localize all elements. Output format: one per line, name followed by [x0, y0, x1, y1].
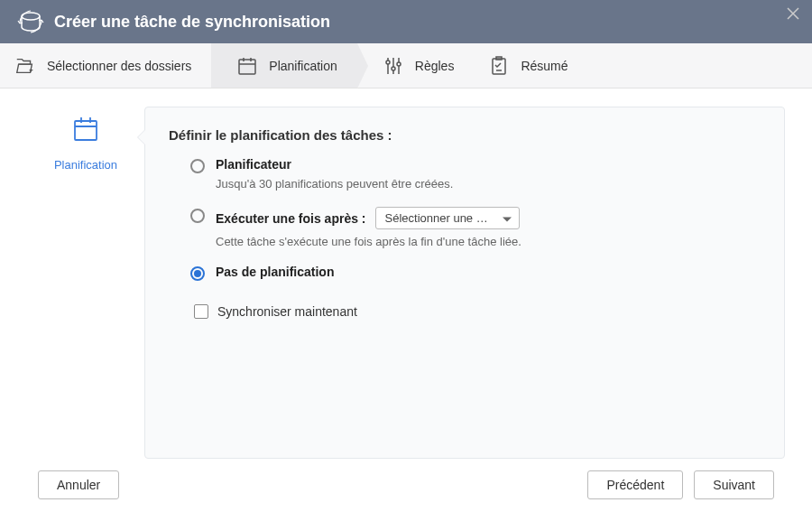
sync-now-label: Synchroniser maintenant — [217, 304, 357, 319]
next-button[interactable]: Suivant — [694, 470, 774, 499]
calendar-icon — [72, 116, 99, 145]
svg-point-4 — [397, 62, 401, 66]
option-label: Planificateur — [216, 157, 761, 172]
sync-now-row: Synchroniser maintenant — [190, 304, 761, 319]
step-label: Règles — [415, 59, 455, 73]
schedule-panel: Définir le planification des tâches : Pl… — [144, 107, 785, 459]
wizard-steps: Sélectionner des dossiers Planification … — [0, 43, 812, 88]
checklist-icon — [488, 55, 510, 77]
option-desc: Cette tâche s'exécute une fois après la … — [216, 235, 761, 248]
close-button[interactable] — [787, 7, 801, 22]
radio-no-schedule[interactable] — [190, 266, 205, 281]
task-select[interactable]: Sélectionner une … — [375, 207, 520, 229]
step-summary[interactable]: Résumé — [474, 43, 587, 88]
radio-scheduler[interactable] — [190, 159, 205, 173]
svg-point-3 — [392, 67, 395, 70]
dialog-title: Créer une tâche de synchronisation — [54, 13, 330, 32]
svg-rect-5 — [493, 59, 505, 74]
sync-icon — [13, 4, 49, 40]
sidebar-label: Planification — [54, 158, 117, 172]
step-rules[interactable]: Règles — [357, 43, 475, 88]
step-label: Sélectionner des dossiers — [47, 59, 191, 73]
svg-point-2 — [386, 61, 390, 64]
cancel-button[interactable]: Annuler — [38, 470, 119, 499]
folders-icon — [14, 55, 36, 77]
svg-rect-6 — [75, 121, 97, 140]
option-no-schedule: Pas de planification — [190, 265, 761, 281]
sliders-icon — [383, 55, 404, 77]
panel-title: Définir le planification des tâches : — [169, 127, 761, 143]
dialog-header: Créer une tâche de synchronisation — [0, 0, 812, 43]
step-select-folders[interactable]: Sélectionner des dossiers — [0, 43, 211, 88]
sync-now-checkbox[interactable] — [194, 304, 208, 319]
step-schedule[interactable]: Planification — [211, 43, 357, 88]
dialog-footer: Annuler Précédent Suivant — [0, 459, 812, 511]
radio-run-after[interactable] — [190, 209, 205, 223]
option-run-after: Exécuter une fois après : Sélectionner u… — [190, 207, 761, 248]
sidebar: Planification — [27, 107, 144, 459]
previous-button[interactable]: Précédent — [587, 470, 683, 499]
option-scheduler: Planificateur Jusqu'à 30 planifications … — [190, 157, 761, 191]
step-label: Résumé — [521, 59, 567, 73]
option-label: Pas de planification — [216, 265, 761, 279]
option-desc: Jusqu'à 30 planifications peuvent être c… — [216, 177, 761, 191]
calendar-icon — [236, 55, 258, 77]
option-label: Exécuter une fois après : — [216, 211, 366, 226]
svg-rect-1 — [239, 60, 255, 74]
step-label: Planification — [269, 59, 337, 73]
